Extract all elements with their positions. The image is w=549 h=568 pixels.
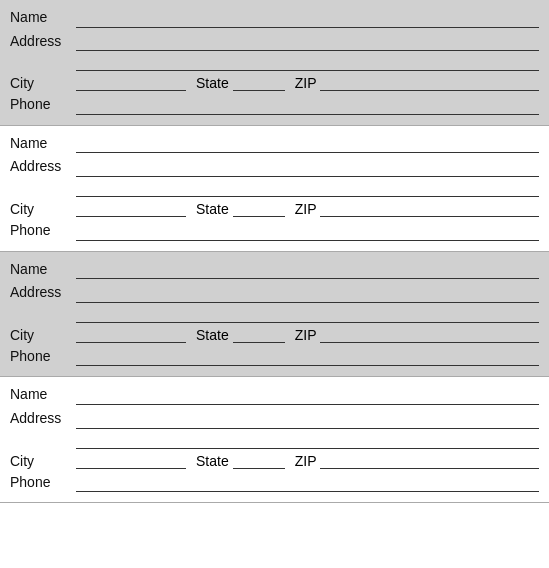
city-label-1: City — [10, 75, 72, 91]
address-input-4a[interactable] — [76, 413, 539, 429]
name-row-2: Name — [10, 134, 539, 154]
name-input-3[interactable] — [76, 263, 539, 279]
state-input-3[interactable] — [233, 327, 285, 343]
phone-label-3: Phone — [10, 347, 72, 367]
form-block-4: Name Address City State ZIP Phone — [0, 377, 549, 503]
phone-input-3[interactable] — [76, 350, 539, 366]
form-block-1: Name Address City State ZIP Phone — [0, 0, 549, 126]
state-label-4: State — [196, 453, 229, 469]
phone-row-2: Phone — [10, 221, 539, 241]
address-label-3: Address — [10, 283, 72, 303]
city-input-2[interactable] — [76, 201, 186, 217]
zip-input-1[interactable] — [320, 75, 539, 91]
city-label-4: City — [10, 453, 72, 469]
name-input-1[interactable] — [76, 12, 539, 28]
state-input-2[interactable] — [233, 201, 285, 217]
city-row-1: City State ZIP — [10, 75, 539, 91]
name-input-2[interactable] — [76, 137, 539, 153]
address-row-1a: Address — [10, 32, 539, 52]
name-label-3: Name — [10, 260, 72, 280]
name-input-4[interactable] — [76, 389, 539, 405]
phone-input-1[interactable] — [76, 99, 539, 115]
name-label-1: Name — [10, 8, 72, 28]
address-input-3a[interactable] — [76, 287, 539, 303]
city-label-2: City — [10, 201, 72, 217]
address-input-2a[interactable] — [76, 161, 539, 177]
address-input-1b[interactable] — [76, 55, 539, 71]
state-input-4[interactable] — [233, 453, 285, 469]
address-row-3b — [10, 307, 539, 323]
name-row-4: Name — [10, 385, 539, 405]
city-label-3: City — [10, 327, 72, 343]
phone-label-1: Phone — [10, 95, 72, 115]
address-row-4b — [10, 433, 539, 449]
zip-label-3: ZIP — [295, 327, 317, 343]
zip-input-4[interactable] — [320, 453, 539, 469]
address-label-4: Address — [10, 409, 72, 429]
phone-row-3: Phone — [10, 347, 539, 367]
address-row-1b — [10, 55, 539, 71]
phone-row-4: Phone — [10, 473, 539, 493]
address-row-3a: Address — [10, 283, 539, 303]
phone-input-4[interactable] — [76, 476, 539, 492]
address-input-3b[interactable] — [76, 307, 539, 323]
address-row-2a: Address — [10, 157, 539, 177]
name-label-2: Name — [10, 134, 72, 154]
address-label-2: Address — [10, 157, 72, 177]
city-input-3[interactable] — [76, 327, 186, 343]
state-label-3: State — [196, 327, 229, 343]
state-label-2: State — [196, 201, 229, 217]
address-label-1: Address — [10, 32, 72, 52]
zip-label-2: ZIP — [295, 201, 317, 217]
zip-input-3[interactable] — [320, 327, 539, 343]
city-row-3: City State ZIP — [10, 327, 539, 343]
form-block-3: Name Address City State ZIP Phone — [0, 252, 549, 378]
address-row-4a: Address — [10, 409, 539, 429]
address-row-2b — [10, 181, 539, 197]
city-input-4[interactable] — [76, 453, 186, 469]
city-row-2: City State ZIP — [10, 201, 539, 217]
state-input-1[interactable] — [233, 75, 285, 91]
zip-label-1: ZIP — [295, 75, 317, 91]
address-input-4b[interactable] — [76, 433, 539, 449]
phone-label-2: Phone — [10, 221, 72, 241]
name-label-4: Name — [10, 385, 72, 405]
address-input-1a[interactable] — [76, 35, 539, 51]
name-row-1: Name — [10, 8, 539, 28]
phone-label-4: Phone — [10, 473, 72, 493]
form-block-2: Name Address City State ZIP Phone — [0, 126, 549, 252]
city-row-4: City State ZIP — [10, 453, 539, 469]
zip-label-4: ZIP — [295, 453, 317, 469]
phone-input-2[interactable] — [76, 225, 539, 241]
city-input-1[interactable] — [76, 75, 186, 91]
phone-row-1: Phone — [10, 95, 539, 115]
address-input-2b[interactable] — [76, 181, 539, 197]
zip-input-2[interactable] — [320, 201, 539, 217]
name-row-3: Name — [10, 260, 539, 280]
state-label-1: State — [196, 75, 229, 91]
